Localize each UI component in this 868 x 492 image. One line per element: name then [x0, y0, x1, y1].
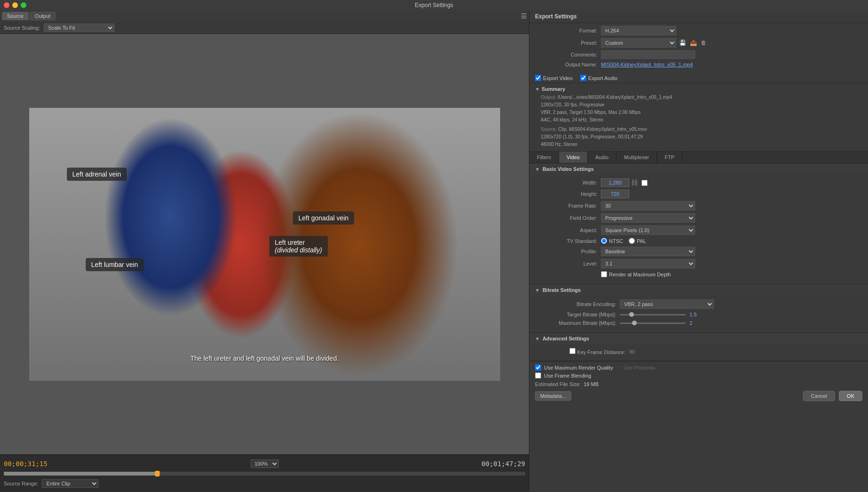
comments-input[interactable]: [601, 50, 695, 59]
timeline-bar[interactable]: [4, 472, 525, 476]
video-subtitle: The left ureter and left gonadal vein wi…: [29, 355, 500, 362]
max-bitrate-row: Maximum Bitrate [Mbps]: 2: [535, 320, 862, 326]
render-max-row: Render at Maximum Depth: [535, 271, 862, 277]
export-video-checkbox-item: Export Video: [535, 75, 573, 81]
close-button[interactable]: [4, 2, 9, 8]
summary-output-details3: AAC, 48 kbps, 24 kHz, Stereo: [541, 116, 862, 124]
preset-select[interactable]: Custom: [601, 38, 676, 48]
preset-label: Preset:: [535, 40, 601, 46]
tab-filters[interactable]: Filters: [529, 152, 559, 163]
profile-label: Profile:: [535, 249, 601, 254]
height-input[interactable]: [601, 190, 629, 198]
field-order-row: Field Order: Progressive: [535, 213, 862, 223]
width-row: Width: ⛓: [535, 178, 862, 187]
preset-delete-button[interactable]: 🗑: [700, 40, 707, 46]
height-label: Height:: [535, 191, 601, 197]
target-bitrate-slider[interactable]: [620, 314, 686, 315]
width-label: Width:: [535, 180, 601, 186]
summary-header[interactable]: ▼ Summary: [535, 86, 862, 92]
aspect-row: Aspect: Square Pixels (1.0): [535, 226, 862, 235]
dimension-lock-checkbox[interactable]: [641, 180, 648, 186]
source-scaling-label: Source Scaling:: [4, 25, 40, 31]
summary-title: Summary: [542, 86, 565, 92]
format-select[interactable]: H.264: [601, 26, 676, 35]
basic-video-settings-section: ▼ Basic Video Settings Width: ⛓ Height: …: [529, 163, 868, 284]
preset-import-button[interactable]: 📥: [689, 40, 698, 46]
export-audio-checkbox[interactable]: [580, 75, 586, 81]
use-previews-label: Use Previews: [624, 365, 655, 371]
tab-multiplexer[interactable]: Multiplexer: [617, 152, 657, 163]
maximize-button[interactable]: [21, 2, 26, 8]
timecode-row: 00;00;31;15 100% 00;01;47;29: [4, 460, 525, 468]
use-max-render-checkbox[interactable]: [535, 364, 541, 371]
pal-radio-item[interactable]: PAL: [629, 238, 646, 244]
minimize-button[interactable]: [12, 2, 18, 8]
aspect-select[interactable]: Square Pixels (1.0): [601, 226, 695, 235]
advanced-arrow-icon: ▼: [535, 336, 540, 341]
format-label: Format:: [535, 28, 601, 33]
link-icon: ⛓: [631, 179, 638, 186]
bitrate-encoding-select[interactable]: VBR, 2 pass: [620, 299, 714, 309]
export-checkboxes: Export Video Export Audio: [529, 73, 868, 83]
cancel-button[interactable]: Cancel: [803, 391, 835, 401]
bitrate-arrow-icon: ▼: [535, 288, 540, 293]
window-controls[interactable]: [4, 2, 26, 8]
frame-rate-row: Frame Rate: 30: [535, 201, 862, 210]
source-tab[interactable]: Source: [2, 12, 29, 20]
summary-source-details2: 48000 Hz, Stereo: [541, 141, 862, 148]
file-size-label: Estimated File Size:: [535, 381, 581, 387]
advanced-settings-header[interactable]: ▼ Advanced Settings: [529, 333, 868, 344]
ntsc-radio[interactable]: [601, 238, 607, 244]
key-frame-checkbox[interactable]: [569, 348, 576, 354]
basic-video-settings-title: Basic Video Settings: [543, 166, 594, 172]
basic-video-settings-header[interactable]: ▼ Basic Video Settings: [529, 163, 868, 175]
output-tab[interactable]: Output: [30, 12, 56, 20]
use-frame-blending-checkbox[interactable]: [535, 372, 541, 379]
export-settings-header: Export Settings: [529, 10, 868, 23]
tab-video[interactable]: Video: [559, 152, 588, 163]
timeline-progress: [4, 472, 155, 476]
key-frame-label: Key Frame Distance:: [535, 348, 629, 355]
field-order-select[interactable]: Progressive: [601, 213, 695, 223]
main-layout: Source Output ☰ Source Scaling: Scale To…: [0, 10, 868, 492]
bitrate-settings-body: Bitrate Encoding: VBR, 2 pass Target Bit…: [529, 296, 868, 332]
frame-rate-select[interactable]: 30: [601, 201, 695, 210]
output-name-row: Output Name: MIS004-KidneyXplant_Intro_v…: [535, 62, 862, 67]
bitrate-settings-header[interactable]: ▼ Bitrate Settings: [529, 284, 868, 296]
pal-radio[interactable]: [629, 238, 635, 244]
zoom-select[interactable]: 100%: [251, 460, 279, 468]
preset-controls: Custom 💾 📥 🗑: [601, 38, 707, 48]
aspect-label: Aspect:: [535, 227, 601, 233]
file-size-row: Estimated File Size: 19 MB: [535, 381, 862, 387]
profile-select[interactable]: Baseline: [601, 247, 695, 256]
source-range-select[interactable]: Entire Clip: [42, 479, 98, 488]
summary-output-details1: 1280x720, 30 fps, Progressive: [541, 101, 862, 109]
summary-toggle-icon: ▼: [535, 87, 540, 92]
source-scaling-select[interactable]: Scale To Fit: [44, 24, 114, 32]
tv-standard-radio-group: NTSC PAL: [601, 238, 646, 244]
video-preview: Left adrenal vein Left gonadal vein Left…: [29, 108, 500, 381]
max-bitrate-slider[interactable]: [620, 323, 686, 324]
footer-area: Use Maximum Render Quality Use Previews …: [529, 361, 868, 404]
ok-button[interactable]: OK: [839, 391, 862, 401]
bitrate-encoding-label: Bitrate Encoding:: [535, 301, 620, 307]
preset-save-button[interactable]: 💾: [678, 40, 687, 46]
tab-ftp[interactable]: FTP: [657, 152, 682, 163]
label-left-ureter: Left ureter(divided distally): [269, 236, 328, 257]
bitrate-encoding-row: Bitrate Encoding: VBR, 2 pass: [535, 299, 862, 309]
level-select[interactable]: 3.1: [601, 259, 695, 268]
pal-label: PAL: [637, 238, 646, 244]
settings-icon-button[interactable]: ☰: [521, 12, 527, 20]
ntsc-radio-item[interactable]: NTSC: [601, 238, 623, 244]
target-bitrate-row: Target Bitrate [Mbps]: 1.5: [535, 312, 862, 317]
output-name-link[interactable]: MIS004-KidneyXplant_Intro_v05_1.mp4: [601, 62, 693, 67]
tab-audio[interactable]: Audio: [588, 152, 617, 163]
render-max-checkbox[interactable]: [601, 271, 607, 277]
export-video-checkbox[interactable]: [535, 75, 541, 81]
metadata-button[interactable]: Metadata...: [535, 391, 571, 401]
level-row: Level: 3.1: [535, 259, 862, 268]
level-label: Level:: [535, 261, 601, 266]
timeline-playhead[interactable]: [155, 471, 160, 476]
target-bitrate-value: 1.5: [690, 312, 699, 317]
width-input[interactable]: [601, 178, 629, 187]
